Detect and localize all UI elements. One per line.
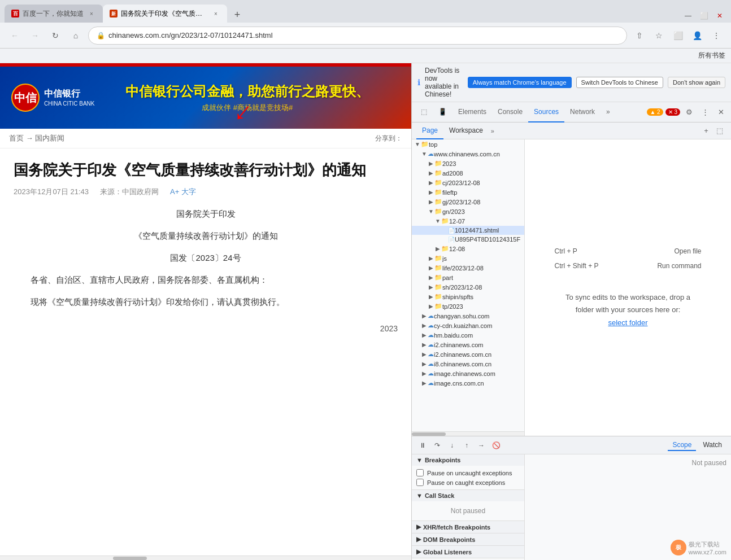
tree-item-1207[interactable]: ▼ 📁 12-07 <box>412 216 524 226</box>
home-button[interactable]: ⌂ <box>68 28 84 43</box>
tree-item-1208[interactable]: ▶ 📁 12-08 <box>412 244 524 253</box>
filetree-hscrollbar[interactable] <box>412 431 524 436</box>
caught-checkbox[interactable] <box>416 479 424 486</box>
tree-item-image[interactable]: ▶ ☁ image.chinanews.com <box>412 369 524 378</box>
notif-btn-language[interactable]: Always match Chrome's language <box>468 77 572 88</box>
notif-btn-switch[interactable]: Switch DevTools to Chinese <box>576 77 663 88</box>
subtab-workspace[interactable]: Workspace <box>443 123 489 139</box>
breakpoints-header[interactable]: ▼ Breakpoints <box>412 454 524 466</box>
sources-subtabs: Page Workspace » + ⬚ <box>412 123 731 139</box>
tree-item-imagecns[interactable]: ▶ ☁ image.cns.com.cn <box>412 378 524 388</box>
article-font-size[interactable]: A+ 大字 <box>170 187 196 197</box>
tree-item-js[interactable]: ▶ 📁 js <box>412 253 524 263</box>
tree-item-cj[interactable]: ▶ 📁 cj/2023/12-08 <box>412 178 524 187</box>
sources-main: Ctrl + P Open file Ctrl + Shift + P Run … <box>525 139 731 436</box>
debug-step-out-btn[interactable]: ↑ <box>460 439 473 452</box>
refresh-button[interactable]: ↻ <box>47 28 63 43</box>
tree-item-sohu[interactable]: ▶ ☁ changyan.sohu.com <box>412 311 524 321</box>
url-bar[interactable]: 🔒 chinanews.com.cn/gn/2023/12-07/1012447… <box>88 27 627 45</box>
new-tab-button[interactable]: + <box>229 7 245 23</box>
tree-item-10124471[interactable]: 📄 10124471.shtml <box>412 226 524 235</box>
forward-button[interactable]: → <box>27 28 43 43</box>
debug-tab-scope[interactable]: Scope <box>668 440 696 451</box>
tree-item-sh[interactable]: ▶ 📁 sh/2023/12-08 <box>412 282 524 292</box>
maximize-button[interactable]: ⬜ <box>697 9 711 23</box>
tab2-close[interactable]: × <box>211 9 220 18</box>
debug-deactivate-btn[interactable]: 🚫 <box>490 439 502 452</box>
tab-2[interactable]: 新 国务院关于印发《空气质量持续改... × <box>103 5 227 23</box>
tree-item-gj[interactable]: ▶ 📁 gj/2023/12-08 <box>412 197 524 207</box>
tree-item-fileftp[interactable]: ▶ 📁 fileftp <box>412 187 524 197</box>
debug-tab-watch[interactable]: Watch <box>698 440 726 451</box>
sources-sidebar-toggle[interactable]: ⬚ <box>713 124 726 138</box>
customize-button[interactable]: ⋮ <box>698 106 712 119</box>
arrow-sh: ▶ <box>428 284 434 290</box>
tree-item-tp[interactable]: ▶ 📁 tp/2023 <box>412 301 524 311</box>
tree-item-ad2008[interactable]: ▶ 📁 ad2008 <box>412 168 524 178</box>
tab1-close[interactable]: × <box>87 9 96 18</box>
tab-more[interactable]: » <box>601 102 616 123</box>
folder-tp-icon: 📁 <box>434 303 442 310</box>
debug-step-btn[interactable]: → <box>475 439 488 452</box>
tree-item-gn2023[interactable]: ▼ 📁 gn/2023 <box>412 207 524 216</box>
notif-btn-dismiss[interactable]: Don't show again <box>668 77 725 88</box>
folder-gj-icon: 📁 <box>434 198 442 205</box>
network-label: Network <box>570 108 595 116</box>
uncaught-checkbox[interactable] <box>416 469 424 476</box>
callstack-not-paused: Not paused <box>416 504 520 518</box>
tree-item-baidu[interactable]: ▶ ☁ hm.baidu.com <box>412 330 524 340</box>
breadcrumb-home[interactable]: 首页 <box>9 134 24 142</box>
debug-step-into-btn[interactable]: ↓ <box>446 439 458 452</box>
breakpoints-label: Breakpoints <box>425 457 461 463</box>
tree-item-2023[interactable]: ▶ 📁 2023 <box>412 159 524 168</box>
share-button[interactable]: ⇧ <box>632 28 647 43</box>
close-devtools-button[interactable]: ✕ <box>714 106 728 119</box>
dom-header[interactable]: ▶ DOM Breakpoints <box>412 533 524 545</box>
sources-new-file-btn[interactable]: + <box>699 124 713 138</box>
extensions-button[interactable]: ⬜ <box>670 28 686 43</box>
tree-item-u895[interactable]: 📄 U895P4T8D10124315F <box>412 235 524 244</box>
webpage-scroll[interactable]: 中信 中信银行 CHINA CITIC BANK 中信银行公司金融，助您前行之路… <box>0 63 411 555</box>
subtab-page[interactable]: Page <box>416 123 443 139</box>
file-tree[interactable]: ▼ 📁 top ▼ ☁ www.chinanews.com.cn <box>412 139 524 431</box>
tree-item-top[interactable]: ▼ 📁 top <box>412 139 524 149</box>
tab-inspect[interactable]: ⬚ <box>415 102 433 123</box>
tree-item-i8[interactable]: ▶ ☁ i8.chinanews.com.cn <box>412 359 524 369</box>
tab-network[interactable]: Network <box>564 102 601 123</box>
profile-button[interactable]: 👤 <box>689 28 705 43</box>
minimize-button[interactable]: — <box>681 9 695 23</box>
tree-item-chinanews[interactable]: ▼ ☁ www.chinanews.com.cn <box>412 149 524 159</box>
callstack-header[interactable]: ▼ Call Stack <box>412 490 524 501</box>
tree-item-i2[interactable]: ▶ ☁ i2.chinanews.com <box>412 340 524 349</box>
tab-console[interactable]: Console <box>492 102 528 123</box>
bookmark-button[interactable]: ☆ <box>651 28 667 43</box>
select-folder-link[interactable]: select folder <box>608 318 647 327</box>
tab-elements[interactable]: Elements <box>452 102 492 123</box>
tree-item-part[interactable]: ▶ 📁 part <box>412 273 524 282</box>
arrow-gj: ▶ <box>428 199 434 205</box>
tab-device[interactable]: 📱 <box>433 102 452 123</box>
xhr-header[interactable]: ▶ XHR/fetch Breakpoints <box>412 521 524 533</box>
checkbox-uncaught[interactable]: Pause on uncaught exceptions <box>416 468 520 478</box>
tree-item-i2cn[interactable]: ▶ ☁ i2.chinanews.com.cn <box>412 349 524 359</box>
watermark-info: 极光下载站 www.xz7.com <box>689 540 726 555</box>
debug-pause-btn[interactable]: ⏸ <box>416 439 429 452</box>
debug-step-over-btn[interactable]: ↷ <box>431 439 443 452</box>
arrow-gn2023: ▼ <box>428 208 434 215</box>
close-button[interactable]: ✕ <box>713 9 726 23</box>
back-button[interactable]: ← <box>7 28 23 43</box>
checkbox-caught[interactable]: Pause on caught exceptions <box>416 478 520 487</box>
global-header[interactable]: ▶ Global Listeners <box>412 546 524 558</box>
menu-button[interactable]: ⋮ <box>708 28 724 43</box>
webpage-hscrollbar[interactable] <box>0 555 411 560</box>
tree-item-life[interactable]: ▶ 📁 life/2023/12-08 <box>412 263 524 273</box>
tree-item-shipin[interactable]: ▶ 📁 shipin/spfts <box>412 292 524 301</box>
tab-sources[interactable]: Sources <box>528 102 564 123</box>
settings-button[interactable]: ⚙ <box>682 106 696 119</box>
folder-1208-icon: 📁 <box>441 245 449 252</box>
subtabs-more[interactable]: » <box>489 128 497 134</box>
tab-1[interactable]: 百 百度一下，你就知道 × <box>5 5 103 23</box>
tree-item-kuaizhan[interactable]: ▶ ☁ cy-cdn.kuaizhan.com <box>412 321 524 330</box>
xhr-arrow: ▶ <box>416 523 421 531</box>
breadcrumb-section[interactable]: 国内新闻 <box>35 134 64 142</box>
